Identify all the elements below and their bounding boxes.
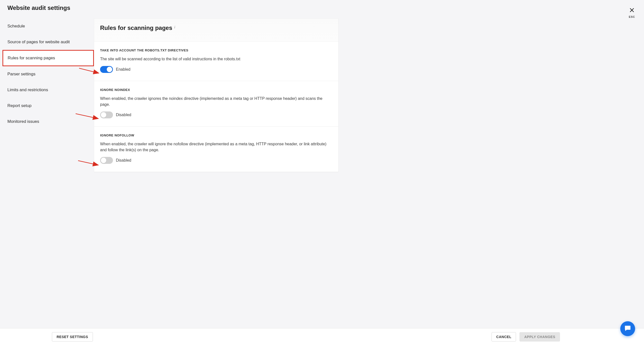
- section-robots-txt: TAKE INTO ACCOUNT THE ROBOTS.TXT DIRECTI…: [94, 42, 338, 81]
- chat-icon: [624, 324, 632, 333]
- toggle-label: Disabled: [116, 113, 131, 117]
- toggle-label: Enabled: [116, 67, 130, 72]
- close-icon: [629, 8, 634, 14]
- reset-settings-button[interactable]: RESET SETTINGS: [52, 332, 93, 342]
- sidebar-item-limits-and-restrictions[interactable]: Limits and restrictions: [2, 82, 94, 98]
- close-button[interactable]: ESC: [629, 8, 635, 18]
- sidebar-item-schedule[interactable]: Schedule: [2, 18, 94, 34]
- sidebar-item-report-setup[interactable]: Report setup: [2, 98, 94, 114]
- section-desc: When enabled, the crawler will ignore th…: [100, 141, 332, 153]
- toggle-label: Disabled: [116, 158, 131, 162]
- main-title: Rules for scanning pages: [100, 24, 172, 31]
- main-header: Rules for scanning pages i: [94, 18, 338, 42]
- footer-bar: RESET SETTINGS CANCEL APPLY CHANGES: [0, 328, 644, 345]
- section-ignore-noindex: IGNORE NOINDEX When enabled, the crawler…: [94, 81, 338, 126]
- section-title: TAKE INTO ACCOUNT THE ROBOTS.TXT DIRECTI…: [100, 48, 332, 52]
- main-panel: Rules for scanning pages i TAKE INTO ACC…: [94, 18, 338, 172]
- sidebar-item-monitored-issues[interactable]: Monitored issues: [2, 114, 94, 130]
- modal-title: Website audit settings: [0, 0, 644, 16]
- section-desc: The site will be scanned according to th…: [100, 56, 332, 62]
- chat-button[interactable]: [620, 321, 635, 336]
- settings-sidebar: Schedule Source of pages for website aud…: [2, 18, 94, 172]
- sidebar-item-source-of-pages[interactable]: Source of pages for website audit: [2, 34, 94, 50]
- close-label: ESC: [629, 15, 635, 18]
- section-title: IGNORE NOFOLLOW: [100, 134, 332, 137]
- section-title: IGNORE NOINDEX: [100, 88, 332, 92]
- sidebar-item-parser-settings[interactable]: Parser settings: [2, 66, 94, 82]
- section-desc: When enabled, the crawler ignores the no…: [100, 96, 332, 108]
- toggle-ignore-nofollow[interactable]: [100, 157, 113, 164]
- apply-changes-button[interactable]: APPLY CHANGES: [520, 332, 560, 342]
- section-ignore-nofollow: IGNORE NOFOLLOW When enabled, the crawle…: [94, 126, 338, 172]
- cancel-button[interactable]: CANCEL: [492, 332, 516, 342]
- toggle-robots-txt[interactable]: [100, 66, 113, 73]
- info-icon[interactable]: i: [174, 25, 175, 29]
- toggle-ignore-noindex[interactable]: [100, 112, 113, 118]
- sidebar-item-rules-for-scanning[interactable]: Rules for scanning pages: [2, 50, 94, 66]
